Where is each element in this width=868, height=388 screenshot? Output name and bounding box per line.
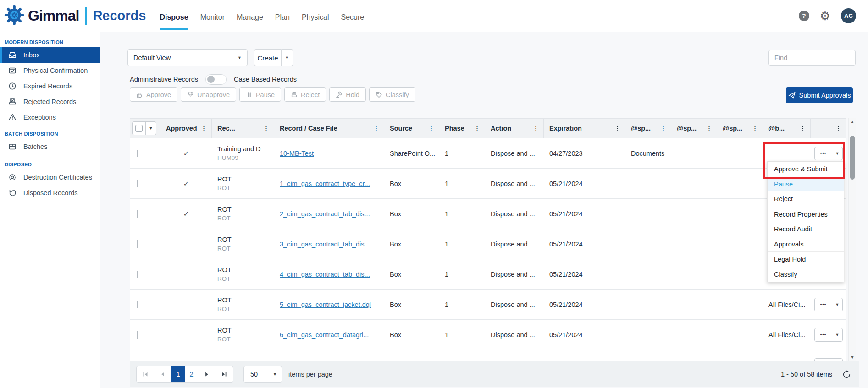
scroll-down-icon[interactable]: ▼ [849, 355, 856, 360]
menu-item-record-properties[interactable]: Record Properties [768, 207, 844, 222]
column-menu-icon[interactable]: ⋮ [799, 125, 807, 132]
nav-item-monitor[interactable]: Monitor [200, 2, 225, 30]
hold-button[interactable]: Hold [329, 87, 366, 102]
record-link[interactable]: 4_cim_gas_contract_tab_dis... [280, 271, 370, 278]
column-menu-icon[interactable]: ⋮ [835, 125, 842, 132]
more-icon[interactable]: ••• [815, 302, 832, 307]
record-link[interactable]: 10-MB-Test [280, 150, 314, 157]
column-menu-icon[interactable]: ⋮ [372, 125, 380, 132]
column-header-approved[interactable]: Approved⋮ [160, 119, 212, 138]
nav-item-dispose[interactable]: Dispose [160, 2, 188, 30]
column-header-sp1[interactable]: @sp...⋮ [625, 119, 671, 138]
menu-item-record-audit[interactable]: Record Audit [768, 222, 844, 237]
find-input[interactable] [768, 50, 856, 66]
nav-item-plan[interactable]: Plan [275, 2, 290, 30]
action-cell: Dispose and ... [485, 331, 544, 339]
menu-item-legal-hold[interactable]: Legal Hold [768, 252, 844, 267]
record-link[interactable]: 1_cim_gas_contract_type_cr... [280, 180, 370, 187]
scrollbar-thumb[interactable] [850, 136, 855, 180]
refresh-button[interactable] [842, 370, 851, 379]
page-button-1[interactable]: 1 [171, 366, 185, 382]
select-menu-caret-icon[interactable]: ▼ [146, 126, 156, 131]
row-checkbox[interactable] [137, 331, 138, 339]
row-checkbox[interactable] [137, 150, 138, 157]
column-menu-icon[interactable]: ⋮ [473, 125, 481, 132]
menu-item-reject[interactable]: Reject [768, 191, 844, 207]
row-more-split-button[interactable]: •••▼ [814, 328, 843, 342]
column-menu-icon[interactable]: ⋮ [200, 125, 208, 132]
sidebar-item-expired-records[interactable]: Expired Records [0, 78, 100, 94]
menu-item-classify[interactable]: Classify [768, 267, 844, 282]
sidebar-item-inbox[interactable]: Inbox [0, 47, 100, 63]
user-avatar[interactable]: AC [841, 8, 856, 23]
sidebar-item-physical-confirmation[interactable]: Physical Confirmation [0, 63, 100, 78]
row-menu-caret-icon[interactable]: ▼ [832, 151, 842, 156]
sidebar-item-destruction-certificates[interactable]: Destruction Certificates [0, 169, 100, 185]
scroll-up-icon[interactable]: ▲ [849, 120, 856, 124]
column-header-sp2[interactable]: @sp...⋮ [671, 119, 717, 138]
last-page-button[interactable] [216, 366, 233, 382]
column-menu-icon[interactable]: ⋮ [427, 125, 435, 132]
more-icon[interactable]: ••• [815, 332, 832, 337]
create-dropdown-button[interactable]: ▼ [282, 49, 293, 66]
submit-approvals-button[interactable]: Submit Approvals [786, 87, 853, 103]
create-button[interactable]: Create [254, 49, 282, 66]
row-checkbox[interactable] [137, 271, 138, 278]
column-header-rec[interactable]: Rec...⋮ [212, 119, 274, 138]
menu-item-approve-submit[interactable]: Approve & Submit [768, 162, 844, 177]
sidebar-item-batches[interactable]: Batches [0, 139, 100, 154]
row-more-split-button[interactable]: •••▼ [814, 298, 843, 311]
page-button-2[interactable]: 2 [185, 366, 198, 382]
column-header-b[interactable]: @b...⋮ [763, 119, 811, 138]
column-header-phase[interactable]: Phase⋮ [439, 119, 485, 138]
sidebar-item-rejected-records[interactable]: Rejected Records [0, 94, 100, 109]
column-header-record-case-file[interactable]: Record / Case File⋮ [274, 119, 384, 138]
row-checkbox[interactable] [137, 210, 138, 218]
sidebar-item-exceptions[interactable]: Exceptions [0, 109, 100, 125]
column-menu-icon[interactable]: ⋮ [532, 125, 540, 132]
column-menu-icon[interactable]: ⋮ [751, 125, 759, 132]
sidebar-item-disposed-records[interactable]: Disposed Records [0, 185, 100, 201]
column-menu-icon[interactable]: ⋮ [659, 125, 667, 132]
settings-gear-icon[interactable]: ⚙ [820, 10, 830, 22]
record-link[interactable]: 3_cim_gas_contract_tab_dis... [280, 240, 370, 248]
vertical-scrollbar[interactable]: ▲ ▼ [848, 118, 856, 361]
view-select[interactable]: Default View ▼ [127, 49, 248, 66]
more-icon[interactable]: ••• [815, 151, 832, 156]
reject-button[interactable]: Reject [284, 87, 326, 102]
unapprove-button[interactable]: Unapprove [181, 87, 236, 102]
row-menu-caret-icon[interactable]: ▼ [832, 333, 842, 337]
nav-item-secure[interactable]: Secure [341, 2, 364, 30]
approve-button[interactable]: Approve [130, 87, 177, 102]
column-header-expiration[interactable]: Expiration⋮ [544, 119, 625, 138]
select-all-checkbox[interactable] [135, 125, 143, 132]
menu-item-approvals[interactable]: Approvals [768, 237, 844, 252]
page-size-select[interactable]: 50 ▼ [243, 366, 282, 383]
record-link[interactable]: 2_cim_gas_contract_tab_dis... [280, 210, 370, 218]
nav-item-physical[interactable]: Physical [302, 2, 329, 30]
column-header-sp3[interactable]: @sp...⋮ [717, 119, 763, 138]
row-checkbox[interactable] [137, 240, 138, 248]
menu-item-pause[interactable]: Pause [768, 177, 844, 192]
classify-button[interactable]: Classify [369, 87, 415, 102]
column-menu-icon[interactable]: ⋮ [262, 125, 270, 132]
column-menu-icon[interactable]: ⋮ [614, 125, 621, 132]
row-checkbox[interactable] [137, 180, 138, 187]
sidebar-item-label: Rejected Records [23, 98, 76, 105]
column-header-action[interactable]: Action⋮ [485, 119, 544, 138]
record-type-toggle[interactable] [205, 74, 227, 85]
previous-page-button[interactable] [154, 366, 171, 382]
column-header-source[interactable]: Source⋮ [384, 119, 439, 138]
record-link[interactable]: 6_cim_gas_contract_datagri... [280, 331, 369, 339]
help-icon[interactable]: ? [799, 11, 809, 21]
column-header-actions[interactable]: ⋮ [811, 119, 846, 138]
row-more-split-button[interactable]: •••▼ [814, 147, 843, 160]
first-page-button[interactable] [137, 366, 154, 382]
nav-item-manage[interactable]: Manage [237, 2, 263, 30]
row-checkbox[interactable] [137, 301, 138, 308]
pause-button[interactable]: Pause [239, 87, 281, 102]
row-menu-caret-icon[interactable]: ▼ [832, 302, 842, 307]
next-page-button[interactable] [198, 366, 216, 382]
column-menu-icon[interactable]: ⋮ [705, 125, 713, 132]
record-link[interactable]: 5_cim_gas_contract_jacket.dql [280, 301, 371, 308]
